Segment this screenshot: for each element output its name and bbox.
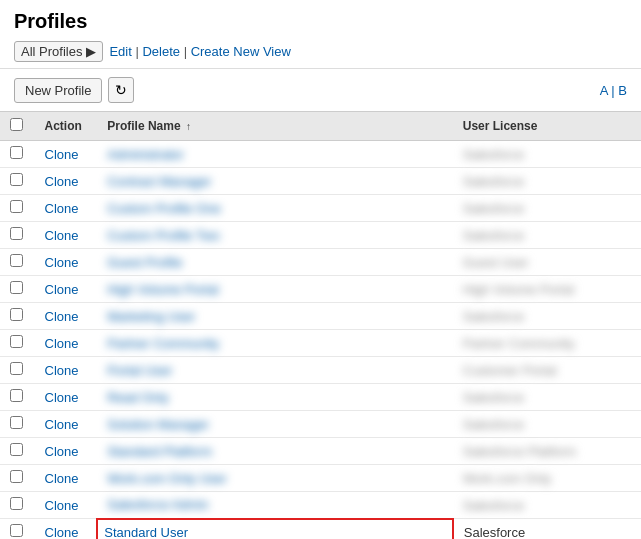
profile-name-link[interactable]: Solution Manager [107,417,209,432]
profile-name-cell: Standard Platform [97,438,453,465]
user-license-cell: Partner Community [453,330,641,357]
profile-name-link[interactable]: Portal User [107,363,172,378]
row-checkbox-cell [0,492,35,519]
clone-link[interactable]: Clone [45,336,79,351]
action-cell: Clone [35,276,98,303]
view-links: Edit | Delete | Create New View [109,44,290,59]
row-checkbox[interactable] [10,497,23,510]
row-checkbox[interactable] [10,308,23,321]
profile-name-link[interactable]: Work.com Only User [107,471,227,486]
row-checkbox-cell [0,519,35,540]
table-row: CloneCustom Profile TwoSalesforce [0,222,641,249]
clone-link[interactable]: Clone [45,498,79,513]
row-checkbox[interactable] [10,254,23,267]
profile-name-link[interactable]: Custom Profile Two [107,228,219,243]
clone-link[interactable]: Clone [45,525,79,540]
profile-name-link[interactable]: High Volume Portal [107,282,218,297]
table-row: CloneStandard PlatformSalesforce Platfor… [0,438,641,465]
profile-name-link[interactable]: Partner Community [107,336,219,351]
row-checkbox-cell [0,384,35,411]
profile-name-link[interactable]: Read Only [107,390,168,405]
profile-name-link[interactable]: Salesforce Admin [107,497,208,512]
action-cell: Clone [35,249,98,276]
user-license-cell: Customer Portal [453,357,641,384]
row-checkbox[interactable] [10,470,23,483]
header-action: Action [35,112,98,141]
profile-name-link[interactable]: Administrator [107,147,184,162]
row-checkbox[interactable] [10,362,23,375]
delete-link[interactable]: Delete [142,44,180,59]
row-checkbox[interactable] [10,443,23,456]
row-checkbox-cell [0,357,35,384]
row-checkbox[interactable] [10,281,23,294]
page-title: Profiles [14,10,627,33]
profile-name-cell: High Volume Portal [97,276,453,303]
profile-name-link[interactable]: Custom Profile One [107,201,220,216]
select-all-checkbox[interactable] [10,118,23,131]
clone-link[interactable]: Clone [45,444,79,459]
action-cell: Clone [35,411,98,438]
profile-name-link[interactable]: Contract Manager [107,174,211,189]
table-row: CloneWork.com Only UserWork.com Only [0,465,641,492]
profile-name-cell: Guest Profile [97,249,453,276]
row-checkbox[interactable] [10,524,23,537]
row-checkbox-cell [0,222,35,249]
table-row: CloneAdministratorSalesforce [0,141,641,168]
clone-link[interactable]: Clone [45,174,79,189]
table-row: CloneGuest ProfileGuest User [0,249,641,276]
row-checkbox[interactable] [10,200,23,213]
row-checkbox[interactable] [10,173,23,186]
action-cell: Clone [35,330,98,357]
table-row: CloneStandard UserSalesforce [0,519,641,540]
pagination-a[interactable]: A [600,83,608,98]
edit-link[interactable]: Edit [109,44,131,59]
create-new-view-link[interactable]: Create New View [191,44,291,59]
row-checkbox[interactable] [10,335,23,348]
clone-link[interactable]: Clone [45,201,79,216]
pagination-b[interactable]: B [618,83,627,98]
clone-link[interactable]: Clone [45,228,79,243]
clone-link[interactable]: Clone [45,309,79,324]
clone-link[interactable]: Clone [45,282,79,297]
table-header-row: Action Profile Name ↑ User License [0,112,641,141]
user-license-cell: Salesforce [453,195,641,222]
profile-name-cell: Salesforce Admin [97,492,453,519]
view-bar: All Profiles ▶ Edit | Delete | Create Ne… [14,41,627,62]
profile-name-cell: Contract Manager [97,168,453,195]
row-checkbox-cell [0,141,35,168]
action-cell: Clone [35,519,98,540]
profile-name-link[interactable]: Standard Platform [107,444,212,459]
clone-link[interactable]: Clone [45,417,79,432]
action-cell: Clone [35,141,98,168]
toolbar: New Profile ↻ A | B [0,69,641,112]
pagination-links: A | B [600,83,627,98]
clone-link[interactable]: Clone [45,147,79,162]
refresh-button[interactable]: ↻ [108,77,134,103]
sort-asc-icon: ↑ [186,121,191,132]
clone-link[interactable]: Clone [45,390,79,405]
profile-name-link[interactable]: Standard User [104,525,188,540]
header-profile-name[interactable]: Profile Name ↑ [97,112,453,141]
user-license-cell: High Volume Portal [453,276,641,303]
table-body: CloneAdministratorSalesforceCloneContrac… [0,141,641,540]
clone-link[interactable]: Clone [45,471,79,486]
row-checkbox[interactable] [10,146,23,159]
action-cell: Clone [35,168,98,195]
profile-name-cell: Administrator [97,141,453,168]
row-checkbox[interactable] [10,416,23,429]
view-selector[interactable]: All Profiles ▶ [14,41,103,62]
profile-name-link[interactable]: Marketing User [107,309,195,324]
table-row: CloneHigh Volume PortalHigh Volume Porta… [0,276,641,303]
new-profile-button[interactable]: New Profile [14,78,102,103]
header-user-license: User License [453,112,641,141]
table-row: CloneCustom Profile OneSalesforce [0,195,641,222]
action-cell: Clone [35,357,98,384]
profile-name-link[interactable]: Guest Profile [107,255,182,270]
row-checkbox-cell [0,168,35,195]
clone-link[interactable]: Clone [45,255,79,270]
clone-link[interactable]: Clone [45,363,79,378]
row-checkbox[interactable] [10,389,23,402]
user-license-cell: Salesforce Platform [453,438,641,465]
row-checkbox-cell [0,330,35,357]
row-checkbox[interactable] [10,227,23,240]
